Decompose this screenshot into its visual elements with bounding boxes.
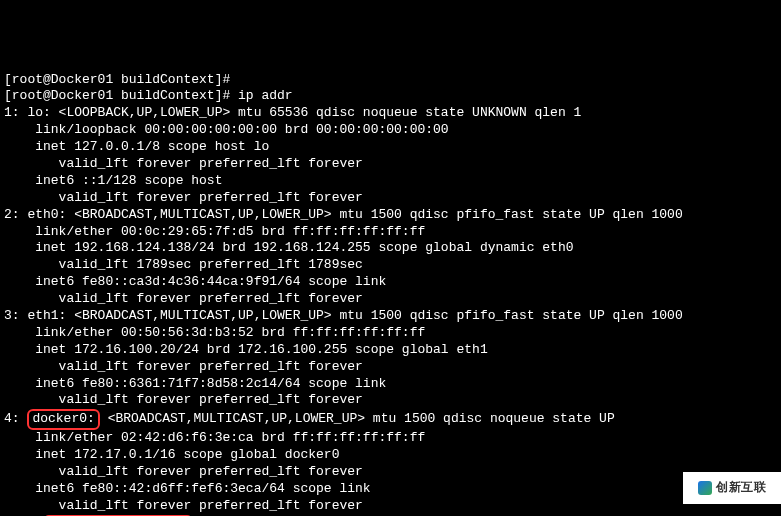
iface-docker0-valid2: valid_lft forever preferred_lft forever xyxy=(4,498,777,515)
iface-eth0-valid1: valid_lft 1789sec preferred_lft 1789sec xyxy=(4,257,777,274)
watermark-text: 创新互联 xyxy=(716,480,766,496)
command-line[interactable]: [root@Docker01 buildContext]# ip addr xyxy=(4,88,777,105)
iface-docker0-rest: <BROADCAST,MULTICAST,UP,LOWER_UP> mtu 15… xyxy=(100,411,615,426)
iface-lo-valid2: valid_lft forever preferred_lft forever xyxy=(4,190,777,207)
iface-eth0-inet: inet 192.168.124.138/24 brd 192.168.124.… xyxy=(4,240,777,257)
prompt: [root@Docker01 buildContext]# xyxy=(4,88,238,103)
iface-eth1-header: 3: eth1: <BROADCAST,MULTICAST,UP,LOWER_U… xyxy=(4,308,777,325)
iface-lo-valid1: valid_lft forever preferred_lft forever xyxy=(4,156,777,173)
iface-docker0-valid1: valid_lft forever preferred_lft forever xyxy=(4,464,777,481)
iface-lo-header: 1: lo: <LOOPBACK,UP,LOWER_UP> mtu 65536 … xyxy=(4,105,777,122)
prompt-line-prev: [root@Docker01 buildContext]# xyxy=(4,72,777,89)
iface-docker0-header: 4: docker0: <BROADCAST,MULTICAST,UP,LOWE… xyxy=(4,409,777,430)
iface-docker0-inet6: inet6 fe80::42:d6ff:fef6:3eca/64 scope l… xyxy=(4,481,777,498)
iface-eth1-inet: inet 172.16.100.20/24 brd 172.16.100.255… xyxy=(4,342,777,359)
iface-eth1-link: link/ether 00:50:56:3d:b3:52 brd ff:ff:f… xyxy=(4,325,777,342)
command: ip addr xyxy=(238,88,293,103)
iface-eth0-inet6: inet6 fe80::ca3d:4c36:44ca:9f91/64 scope… xyxy=(4,274,777,291)
iface-docker0-link: link/ether 02:42:d6:f6:3e:ca brd ff:ff:f… xyxy=(4,430,777,447)
iface-eth0-link: link/ether 00:0c:29:65:7f:d5 brd ff:ff:f… xyxy=(4,224,777,241)
iface-docker0-num: 4: xyxy=(4,411,27,426)
iface-lo-inet6: inet6 ::1/128 scope host xyxy=(4,173,777,190)
iface-lo-link: link/loopback 00:00:00:00:00:00 brd 00:0… xyxy=(4,122,777,139)
watermark-logo-icon xyxy=(698,481,712,495)
iface-eth1-valid2: valid_lft forever preferred_lft forever xyxy=(4,392,777,409)
watermark: 创新互联 xyxy=(683,472,781,504)
iface-lo-inet: inet 127.0.0.1/8 scope host lo xyxy=(4,139,777,156)
iface-eth1-inet6: inet6 fe80::6361:71f7:8d58:2c14/64 scope… xyxy=(4,376,777,393)
iface-eth0-valid2: valid_lft forever preferred_lft forever xyxy=(4,291,777,308)
iface-eth0-header: 2: eth0: <BROADCAST,MULTICAST,UP,LOWER_U… xyxy=(4,207,777,224)
iface-docker0-inet: inet 172.17.0.1/16 scope global docker0 xyxy=(4,447,777,464)
iface-eth1-valid1: valid_lft forever preferred_lft forever xyxy=(4,359,777,376)
iface-docker0-name-highlight: docker0: xyxy=(27,409,99,430)
